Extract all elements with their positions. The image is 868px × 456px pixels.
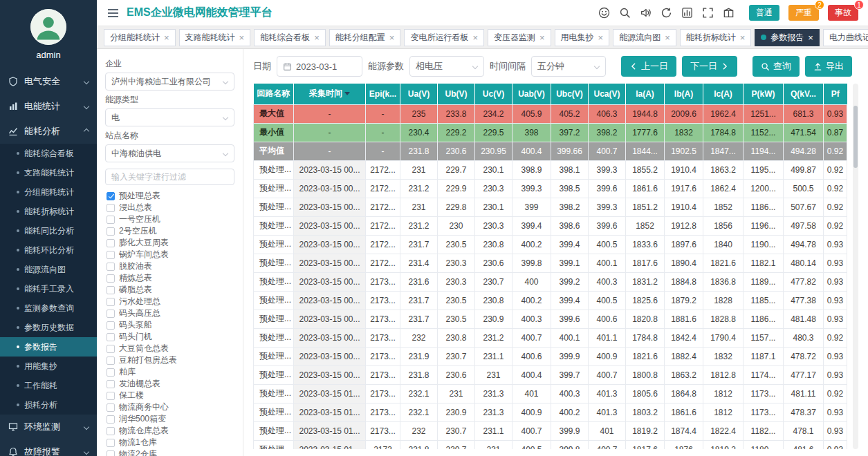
next-day-button[interactable]: 下一日: [682, 56, 737, 77]
checkbox-unchecked[interactable]: [107, 263, 115, 271]
meter-checkbox-item-4[interactable]: 膨化大豆周表: [105, 237, 234, 249]
sidebar-item-0[interactable]: 电气安全: [0, 69, 97, 94]
checkbox-unchecked[interactable]: [107, 298, 115, 306]
prev-day-button[interactable]: 上一日: [621, 56, 676, 77]
sidebar-subitem-4[interactable]: 能耗同比分析: [0, 221, 97, 240]
close-icon[interactable]: ×: [665, 33, 670, 42]
meter-checkbox-item-21[interactable]: 物流1仓库: [105, 437, 234, 448]
export-button[interactable]: 导出: [805, 56, 852, 77]
smiley-icon[interactable]: [598, 7, 610, 19]
checkbox-unchecked[interactable]: [107, 239, 115, 247]
table-row[interactable]: 预处理...2023-03-15 00...2173...231.8230.62…: [254, 365, 847, 384]
checkbox-unchecked[interactable]: [107, 216, 115, 224]
tab-9[interactable]: 参数报告×: [755, 29, 820, 46]
column-header-8[interactable]: Uca(V): [589, 84, 626, 104]
checkbox-unchecked[interactable]: [107, 427, 115, 435]
checkbox-unchecked[interactable]: [107, 274, 115, 283]
column-header-13[interactable]: Q(kV...: [784, 84, 824, 104]
tab-1[interactable]: 支路能耗统计×: [179, 29, 251, 46]
meter-checkbox-item-1[interactable]: 浸出总表: [105, 202, 234, 213]
table-row[interactable]: 预处理...2023-03-15 00...2172...231.7230.52…: [254, 235, 847, 254]
sidebar-subitem-3[interactable]: 能耗折标统计: [0, 202, 97, 221]
meter-checkbox-item-20[interactable]: 物流仓库总表: [105, 425, 234, 437]
tab-0[interactable]: 分组能耗统计×: [104, 29, 176, 46]
column-header-2[interactable]: Epi(k...: [366, 84, 400, 104]
tab-5[interactable]: 变压器监测×: [488, 29, 551, 46]
sidebar-item-1[interactable]: 电能统计: [0, 94, 97, 119]
search-icon[interactable]: [619, 7, 631, 19]
meter-checkbox-item-9[interactable]: 污水处理总: [105, 296, 234, 307]
alarm-badge[interactable]: 普通: [749, 5, 779, 21]
checkbox-unchecked[interactable]: [107, 380, 115, 388]
station-select[interactable]: 中海粮油供电: [105, 144, 234, 162]
table-row[interactable]: 预处理...2023-03-15 01...2173...232.1231231…: [254, 384, 847, 403]
meter-checkbox-item-5[interactable]: 锅炉车间总表: [105, 249, 234, 260]
hamburger-menu-icon[interactable]: [107, 8, 120, 19]
close-icon[interactable]: ×: [314, 33, 320, 42]
sidebar-subitem-13[interactable]: 损耗分析: [0, 395, 97, 415]
sidebar-subitem-8[interactable]: 监测参数查询: [0, 298, 97, 318]
table-row[interactable]: 预处理...2023-03-15 01...2173...232.1230.92…: [254, 403, 847, 421]
tab-2[interactable]: 能耗综合看板×: [254, 29, 326, 46]
table-row[interactable]: 预处理...2023-03-15 01...2173231.8230.72314…: [254, 440, 847, 449]
meter-checkbox-item-19[interactable]: 润华500箱变: [105, 413, 234, 425]
meter-checkbox-item-17[interactable]: 保工楼: [105, 390, 234, 401]
column-header-0[interactable]: 回路名称: [254, 84, 294, 104]
sidebar-subitem-11[interactable]: 用能集抄: [0, 357, 97, 376]
meter-checkbox-item-15[interactable]: 粕库: [105, 366, 234, 378]
checkbox-unchecked[interactable]: [107, 345, 115, 353]
checkbox-unchecked[interactable]: [107, 357, 115, 365]
alarm-badge[interactable]: 事故1: [828, 5, 858, 21]
checkbox-unchecked[interactable]: [107, 450, 115, 456]
sidebar-subitem-2[interactable]: 分组能耗统计: [0, 182, 97, 202]
column-header-5[interactable]: Uc(V): [475, 84, 513, 104]
tab-3[interactable]: 能耗分组配置×: [329, 29, 401, 46]
table-row[interactable]: 预处理...2023-03-15 00...2173...232230.8231…: [254, 328, 847, 347]
table-row[interactable]: 预处理...2023-03-15 00...2173...231.7230.52…: [254, 291, 847, 310]
column-header-10[interactable]: Ib(A): [665, 84, 703, 104]
checkbox-unchecked[interactable]: [107, 392, 115, 400]
sidebar-subitem-0[interactable]: 能耗综合看板: [0, 144, 97, 163]
meter-checkbox-item-2[interactable]: 一号空压机: [105, 213, 234, 225]
meter-checkbox-item-18[interactable]: 物流商务中心: [105, 401, 234, 413]
column-header-11[interactable]: Ic(A): [703, 84, 744, 104]
meter-checkbox-item-11[interactable]: 码头泵船: [105, 319, 234, 331]
close-icon[interactable]: ×: [808, 33, 813, 42]
meter-checkbox-item-10[interactable]: 码头高压总: [105, 307, 234, 319]
table-row[interactable]: 预处理...2023-03-15 00...2172...231.4230.32…: [254, 254, 847, 272]
column-header-12[interactable]: P(kW): [744, 84, 784, 104]
alarm-badge[interactable]: 严重2: [788, 5, 819, 21]
date-picker[interactable]: 2023-03-1: [277, 56, 362, 77]
tab-8[interactable]: 能耗折标统计×: [680, 29, 752, 46]
column-header-6[interactable]: Uab(V): [513, 84, 551, 104]
table-row[interactable]: 预处理...2023-03-15 00...2172...231229.7230…: [254, 160, 847, 179]
checkbox-checked[interactable]: [107, 192, 115, 200]
sidebar-subitem-10[interactable]: 参数报告: [0, 337, 97, 357]
close-icon[interactable]: ×: [239, 33, 245, 42]
meter-checkbox-item-6[interactable]: 脱胶油表: [105, 260, 234, 272]
tab-7[interactable]: 能源流向图×: [613, 29, 676, 46]
meter-checkbox-item-22[interactable]: 物流2仓库: [105, 448, 234, 456]
column-header-9[interactable]: Ia(A): [626, 84, 665, 104]
sidebar-item-2[interactable]: 能耗分析: [0, 119, 97, 144]
close-icon[interactable]: ×: [740, 33, 746, 42]
energy-param-select[interactable]: 相电压: [409, 56, 484, 77]
meter-checkbox-item-3[interactable]: 2号空压机: [105, 225, 234, 237]
checkbox-unchecked[interactable]: [107, 227, 115, 236]
vertical-scrollbar[interactable]: [853, 84, 858, 449]
table-row[interactable]: 预处理...2023-03-15 00...2173...231.6230.32…: [254, 272, 847, 291]
sidebar-subitem-5[interactable]: 能耗环比分析: [0, 240, 97, 260]
company-select[interactable]: 泸州中海粮油工业有限公司: [105, 73, 234, 91]
chart-icon[interactable]: [681, 7, 693, 19]
checkbox-unchecked[interactable]: [107, 333, 115, 341]
column-header-4[interactable]: Ub(V): [438, 84, 475, 104]
checkbox-unchecked[interactable]: [107, 415, 115, 424]
sidebar-item-3[interactable]: 环境监测: [0, 415, 97, 439]
column-header-3[interactable]: Ua(V): [400, 84, 438, 104]
checkbox-unchecked[interactable]: [107, 439, 115, 447]
sidebar-subitem-9[interactable]: 参数历史数据: [0, 318, 97, 337]
column-header-14[interactable]: Pf: [824, 84, 847, 104]
meter-search-input[interactable]: [105, 169, 234, 185]
sidebar-subitem-6[interactable]: 能源流向图: [0, 260, 97, 279]
checkbox-unchecked[interactable]: [107, 368, 115, 377]
